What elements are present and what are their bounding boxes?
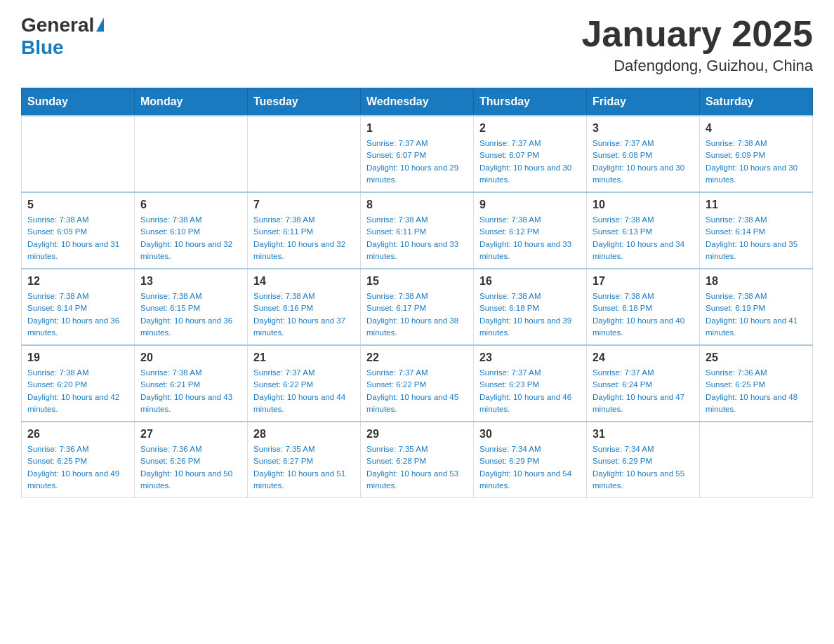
day-number: 30 (479, 428, 581, 441)
day-info: Sunrise: 7:37 AMSunset: 6:07 PMDaylight:… (366, 137, 468, 186)
day-cell: 13Sunrise: 7:38 AMSunset: 6:15 PMDayligh… (135, 269, 248, 345)
day-cell (248, 116, 361, 192)
day-number: 21 (253, 351, 355, 364)
day-number: 3 (593, 122, 694, 135)
day-cell: 23Sunrise: 7:37 AMSunset: 6:23 PMDayligh… (474, 345, 587, 422)
day-number: 29 (366, 428, 468, 441)
header-thursday: Thursday (474, 88, 587, 116)
day-number: 23 (479, 351, 581, 364)
day-number: 17 (593, 275, 694, 288)
day-info: Sunrise: 7:37 AMSunset: 6:08 PMDaylight:… (593, 137, 694, 186)
day-cell: 1Sunrise: 7:37 AMSunset: 6:07 PMDaylight… (361, 116, 474, 192)
day-number: 4 (706, 122, 807, 135)
day-number: 28 (253, 428, 355, 441)
week-row-2: 5Sunrise: 7:38 AMSunset: 6:09 PMDaylight… (22, 192, 813, 269)
day-info: Sunrise: 7:38 AMSunset: 6:09 PMDaylight:… (706, 137, 807, 186)
page-header: General Blue January 2025 Dafengdong, Gu… (21, 14, 813, 75)
day-cell: 15Sunrise: 7:38 AMSunset: 6:17 PMDayligh… (361, 269, 474, 345)
header-monday: Monday (135, 88, 248, 116)
day-number: 19 (27, 351, 128, 364)
day-number: 20 (140, 351, 241, 364)
week-row-3: 12Sunrise: 7:38 AMSunset: 6:14 PMDayligh… (22, 269, 813, 345)
day-number: 6 (140, 199, 241, 211)
header-tuesday: Tuesday (248, 88, 361, 116)
day-cell: 31Sunrise: 7:34 AMSunset: 6:29 PMDayligh… (587, 422, 700, 498)
day-number: 13 (140, 275, 241, 288)
day-info: Sunrise: 7:38 AMSunset: 6:12 PMDaylight:… (479, 214, 581, 262)
day-cell (700, 422, 813, 498)
logo-blue-text: Blue (21, 36, 64, 59)
day-info: Sunrise: 7:38 AMSunset: 6:17 PMDaylight:… (366, 290, 468, 339)
day-info: Sunrise: 7:34 AMSunset: 6:29 PMDaylight:… (593, 443, 694, 492)
day-cell: 2Sunrise: 7:37 AMSunset: 6:07 PMDaylight… (474, 116, 587, 192)
day-info: Sunrise: 7:38 AMSunset: 6:18 PMDaylight:… (479, 290, 581, 339)
day-number: 12 (27, 275, 128, 288)
header-row: SundayMondayTuesdayWednesdayThursdayFrid… (22, 88, 813, 116)
day-info: Sunrise: 7:38 AMSunset: 6:15 PMDaylight:… (140, 290, 241, 339)
day-cell: 19Sunrise: 7:38 AMSunset: 6:20 PMDayligh… (22, 345, 135, 422)
day-info: Sunrise: 7:37 AMSunset: 6:07 PMDaylight:… (479, 137, 581, 186)
day-info: Sunrise: 7:36 AMSunset: 6:26 PMDaylight:… (140, 443, 241, 492)
day-info: Sunrise: 7:35 AMSunset: 6:27 PMDaylight:… (253, 443, 355, 492)
week-row-1: 1Sunrise: 7:37 AMSunset: 6:07 PMDaylight… (22, 116, 813, 192)
day-cell: 7Sunrise: 7:38 AMSunset: 6:11 PMDaylight… (248, 192, 361, 269)
day-cell: 24Sunrise: 7:37 AMSunset: 6:24 PMDayligh… (587, 345, 700, 422)
logo-general-text: General (21, 14, 94, 36)
day-info: Sunrise: 7:38 AMSunset: 6:14 PMDaylight:… (27, 290, 128, 339)
day-cell: 30Sunrise: 7:34 AMSunset: 6:29 PMDayligh… (474, 422, 587, 498)
day-info: Sunrise: 7:38 AMSunset: 6:14 PMDaylight:… (706, 214, 807, 262)
day-cell: 3Sunrise: 7:37 AMSunset: 6:08 PMDaylight… (587, 116, 700, 192)
day-cell: 10Sunrise: 7:38 AMSunset: 6:13 PMDayligh… (587, 192, 700, 269)
day-info: Sunrise: 7:37 AMSunset: 6:24 PMDaylight:… (593, 367, 694, 415)
day-cell: 26Sunrise: 7:36 AMSunset: 6:25 PMDayligh… (22, 422, 135, 498)
day-cell: 5Sunrise: 7:38 AMSunset: 6:09 PMDaylight… (22, 192, 135, 269)
title-section: January 2025 Dafengdong, Guizhou, China (581, 14, 813, 75)
day-number: 31 (593, 428, 694, 441)
day-info: Sunrise: 7:36 AMSunset: 6:25 PMDaylight:… (27, 443, 128, 492)
calendar-table: SundayMondayTuesdayWednesdayThursdayFrid… (21, 88, 813, 498)
day-info: Sunrise: 7:36 AMSunset: 6:25 PMDaylight:… (706, 367, 807, 415)
day-number: 18 (706, 275, 807, 288)
day-info: Sunrise: 7:37 AMSunset: 6:23 PMDaylight:… (479, 367, 581, 415)
day-info: Sunrise: 7:35 AMSunset: 6:28 PMDaylight:… (366, 443, 468, 492)
day-info: Sunrise: 7:38 AMSunset: 6:13 PMDaylight:… (593, 214, 694, 262)
day-cell: 12Sunrise: 7:38 AMSunset: 6:14 PMDayligh… (22, 269, 135, 345)
calendar-subtitle: Dafengdong, Guizhou, China (581, 57, 813, 75)
day-number: 14 (253, 275, 355, 288)
header-wednesday: Wednesday (361, 88, 474, 116)
day-number: 16 (479, 275, 581, 288)
week-row-5: 26Sunrise: 7:36 AMSunset: 6:25 PMDayligh… (22, 422, 813, 498)
day-info: Sunrise: 7:38 AMSunset: 6:19 PMDaylight:… (706, 290, 807, 339)
day-cell: 6Sunrise: 7:38 AMSunset: 6:10 PMDaylight… (135, 192, 248, 269)
day-cell: 16Sunrise: 7:38 AMSunset: 6:18 PMDayligh… (474, 269, 587, 345)
day-number: 7 (253, 199, 355, 211)
header-friday: Friday (587, 88, 700, 116)
day-number: 22 (366, 351, 468, 364)
day-info: Sunrise: 7:38 AMSunset: 6:18 PMDaylight:… (593, 290, 694, 339)
day-info: Sunrise: 7:34 AMSunset: 6:29 PMDaylight:… (479, 443, 581, 492)
day-number: 24 (593, 351, 694, 364)
day-info: Sunrise: 7:38 AMSunset: 6:10 PMDaylight:… (140, 214, 241, 262)
day-info: Sunrise: 7:38 AMSunset: 6:16 PMDaylight:… (253, 290, 355, 339)
day-info: Sunrise: 7:37 AMSunset: 6:22 PMDaylight:… (366, 367, 468, 415)
day-cell: 14Sunrise: 7:38 AMSunset: 6:16 PMDayligh… (248, 269, 361, 345)
day-number: 15 (366, 275, 468, 288)
day-info: Sunrise: 7:38 AMSunset: 6:21 PMDaylight:… (140, 367, 241, 415)
day-info: Sunrise: 7:38 AMSunset: 6:20 PMDaylight:… (27, 367, 128, 415)
day-cell: 11Sunrise: 7:38 AMSunset: 6:14 PMDayligh… (700, 192, 813, 269)
day-info: Sunrise: 7:38 AMSunset: 6:09 PMDaylight:… (27, 214, 128, 262)
day-number: 27 (140, 428, 241, 441)
day-number: 2 (479, 122, 581, 135)
day-number: 25 (706, 351, 807, 364)
calendar-title: January 2025 (581, 14, 813, 54)
day-cell: 25Sunrise: 7:36 AMSunset: 6:25 PMDayligh… (700, 345, 813, 422)
week-row-4: 19Sunrise: 7:38 AMSunset: 6:20 PMDayligh… (22, 345, 813, 422)
day-info: Sunrise: 7:38 AMSunset: 6:11 PMDaylight:… (253, 214, 355, 262)
day-number: 10 (593, 199, 694, 211)
day-cell: 4Sunrise: 7:38 AMSunset: 6:09 PMDaylight… (700, 116, 813, 192)
day-cell: 27Sunrise: 7:36 AMSunset: 6:26 PMDayligh… (135, 422, 248, 498)
day-number: 1 (366, 122, 468, 135)
day-number: 8 (366, 199, 468, 211)
day-number: 9 (479, 199, 581, 211)
day-number: 11 (706, 199, 807, 211)
